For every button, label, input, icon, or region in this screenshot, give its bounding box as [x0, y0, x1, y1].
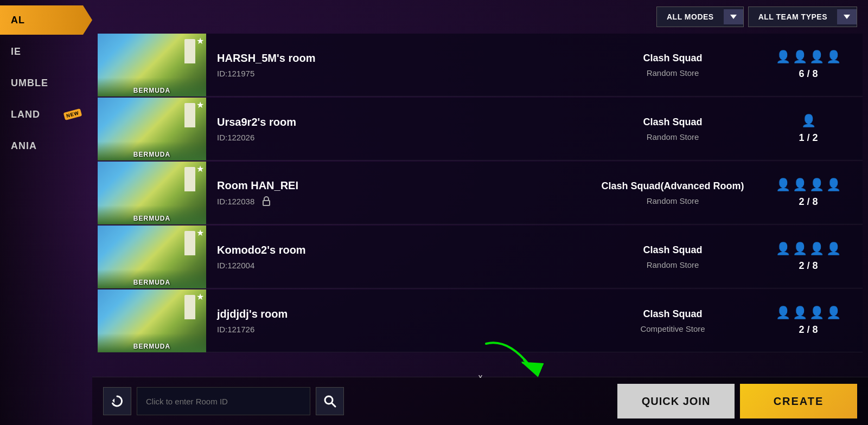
- person-icon: 👤: [776, 50, 790, 64]
- person-icon: 👤: [793, 306, 807, 320]
- room-thumbnail: ★ BERMUDA: [98, 34, 206, 96]
- room-mode-store: Competitive Store: [597, 324, 749, 333]
- room-row[interactable]: ★ BERMUDA Room HAN_REI ID:122038 Clash S…: [98, 162, 863, 224]
- person-icon: 👤: [776, 178, 790, 192]
- slot-count: 1 / 2: [799, 132, 818, 144]
- room-info: jdjdjdj's room ID:121726: [206, 302, 591, 339]
- svg-rect-0: [263, 201, 270, 205]
- new-badge: NEW: [63, 108, 82, 120]
- room-id: ID:121975: [217, 69, 580, 78]
- sidebar-item-ania[interactable]: ANIA: [0, 131, 92, 160]
- room-mode-name: Clash Squad: [597, 308, 749, 320]
- star-badge: ★: [196, 164, 204, 174]
- room-info: Room HAN_REI ID:122038: [206, 174, 591, 211]
- room-mode: Clash Squad Random Store: [591, 47, 754, 83]
- bottom-bar: ˅ QUICK JOIN CREATE: [92, 377, 868, 425]
- quick-join-label: QUICK JOIN: [642, 395, 711, 408]
- map-label: BERMUDA: [98, 87, 206, 94]
- person-icon: 👤: [776, 306, 790, 320]
- search-button[interactable]: [316, 387, 344, 415]
- sidebar-item-umble[interactable]: UMBLE: [0, 68, 92, 98]
- person-icon: 👤: [826, 306, 841, 320]
- star-badge: ★: [196, 228, 204, 238]
- room-id-input[interactable]: [137, 387, 310, 415]
- room-info: Ursa9r2's room ID:122026: [206, 111, 591, 147]
- person-icon: 👤: [793, 242, 807, 256]
- person-icon: 👤: [809, 242, 824, 256]
- room-thumbnail: ★ BERMUDA: [98, 289, 206, 352]
- room-slots: 👤👤👤👤 2 / 8: [754, 236, 863, 277]
- room-mode: Clash Squad Random Store: [591, 111, 754, 147]
- room-mode-store: Random Store: [597, 260, 749, 269]
- room-thumbnail: ★ BERMUDA: [98, 226, 206, 288]
- room-name: jdjdjdj's room: [217, 308, 580, 320]
- person-icon: 👤: [826, 50, 841, 64]
- room-info: HARSH_5M's room ID:121975: [206, 47, 591, 83]
- room-id: ID:122038: [217, 196, 580, 206]
- slot-icons: 👤: [801, 114, 816, 128]
- main-content: ALL MODES ALL TEAM TYPES ★ BERMUDA HARSH…: [92, 0, 868, 425]
- sidebar-item-land[interactable]: LAND NEW: [0, 100, 92, 129]
- room-mode-name: Clash Squad: [597, 244, 749, 256]
- create-button[interactable]: CREATE: [740, 384, 857, 418]
- room-id: ID:122004: [217, 261, 580, 270]
- room-slots: 👤👤👤👤 2 / 8: [754, 172, 863, 213]
- person-icon: 👤: [801, 114, 816, 128]
- svg-line-3: [332, 403, 336, 407]
- room-slots: 👤👤👤👤 2 / 8: [754, 300, 863, 341]
- sidebar-item-label: UMBLE: [11, 78, 48, 89]
- sidebar-item-al[interactable]: AL: [0, 5, 92, 35]
- sidebar-item-ie[interactable]: IE: [0, 37, 92, 66]
- room-thumbnail: ★ BERMUDA: [98, 162, 206, 224]
- sidebar-item-label: ANIA: [11, 140, 37, 152]
- chevron-down-icon: ˅: [477, 374, 483, 388]
- slot-count: 2 / 8: [799, 324, 818, 336]
- modes-dropdown-arrow[interactable]: [724, 9, 743, 24]
- map-label: BERMUDA: [98, 279, 206, 286]
- refresh-icon: [110, 394, 124, 408]
- sidebar-item-label: LAND: [11, 109, 40, 120]
- star-badge: ★: [196, 36, 204, 46]
- room-mode: Clash Squad Competitive Store: [591, 303, 754, 339]
- room-name: Komodo2's room: [217, 244, 580, 256]
- map-label: BERMUDA: [98, 343, 206, 350]
- room-id: ID:121726: [217, 325, 580, 334]
- person-icon: 👤: [809, 178, 824, 192]
- slot-icons: 👤👤👤👤: [776, 50, 841, 64]
- person-icon: 👤: [826, 178, 841, 192]
- search-icon: [323, 394, 337, 408]
- svg-marker-1: [112, 398, 114, 403]
- room-mode-name: Clash Squad: [597, 53, 749, 64]
- slot-count: 2 / 8: [799, 260, 818, 272]
- team-types-dropdown[interactable]: ALL TEAM TYPES: [748, 7, 857, 27]
- slot-icons: 👤👤👤👤: [776, 178, 841, 192]
- room-row[interactable]: ★ BERMUDA HARSH_5M's room ID:121975 Clas…: [98, 34, 863, 96]
- refresh-button[interactable]: [103, 387, 131, 415]
- team-types-dropdown-arrow[interactable]: [837, 9, 857, 24]
- slot-count: 2 / 8: [799, 196, 818, 208]
- room-slots: 👤 1 / 2: [754, 108, 863, 149]
- slot-icons: 👤👤👤👤: [776, 242, 841, 256]
- quick-join-button[interactable]: QUICK JOIN: [617, 384, 735, 418]
- room-mode-name: Clash Squad: [597, 117, 749, 128]
- person-icon: 👤: [809, 306, 824, 320]
- room-row[interactable]: ★ BERMUDA Komodo2's room ID:122004 Clash…: [98, 226, 863, 288]
- room-mode-store: Random Store: [597, 196, 749, 205]
- room-mode-store: Random Store: [597, 132, 749, 141]
- person-icon: 👤: [793, 178, 807, 192]
- room-mode-store: Random Store: [597, 68, 749, 78]
- star-badge: ★: [196, 100, 204, 110]
- room-row[interactable]: ★ BERMUDA jdjdjdj's room ID:121726 Clash…: [98, 289, 863, 352]
- create-label: CREATE: [774, 395, 824, 408]
- sidebar: AL IE UMBLE LAND NEW ANIA: [0, 0, 92, 425]
- slot-count: 6 / 8: [799, 68, 818, 80]
- slot-icons: 👤👤👤👤: [776, 306, 841, 320]
- room-row[interactable]: ★ BERMUDA Ursa9r2's room ID:122026 Clash…: [98, 98, 863, 160]
- room-name: HARSH_5M's room: [217, 52, 580, 65]
- team-types-label: ALL TEAM TYPES: [749, 7, 837, 27]
- modes-dropdown[interactable]: ALL MODES: [656, 7, 744, 27]
- star-badge: ★: [196, 292, 204, 302]
- person-icon: 👤: [809, 50, 824, 64]
- room-mode-name: Clash Squad(Advanced Room): [597, 181, 749, 192]
- room-mode: Clash Squad Random Store: [591, 239, 754, 275]
